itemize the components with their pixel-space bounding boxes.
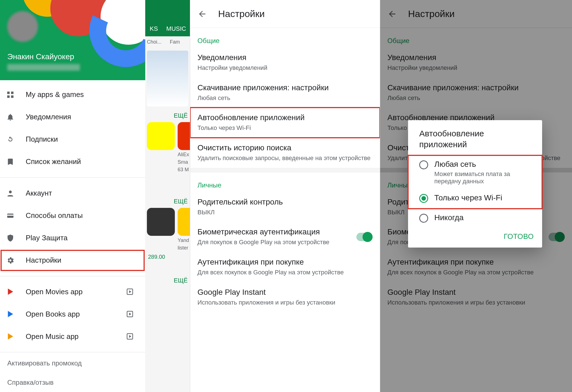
svg-point-4 xyxy=(9,191,12,193)
row-title: Биометрическая аутентификация xyxy=(197,227,329,236)
row-sub: Использовать приложения и игры без устан… xyxy=(197,298,373,307)
row-title: Google Play Instant xyxy=(197,288,373,297)
play-tabs: KS MUSIC xyxy=(145,0,190,36)
row-auto-update[interactable]: Автообновление приложений Только через W… xyxy=(190,108,380,138)
nav-notifications[interactable]: Уведомления xyxy=(0,106,145,128)
card-icon xyxy=(6,212,16,220)
radio-option-never[interactable]: Никогда xyxy=(408,209,542,227)
app-name: AliEx xyxy=(178,152,190,158)
svg-rect-3 xyxy=(11,95,14,98)
topbar: Настройки xyxy=(190,0,380,28)
nav-label: Open Books app xyxy=(26,310,80,319)
radio-label: Никогда xyxy=(434,213,464,223)
app-icon xyxy=(147,208,175,236)
more-link[interactable]: ЕЩЁ xyxy=(145,198,190,205)
category-chip[interactable]: Choi... xyxy=(147,39,161,45)
nav-promo[interactable]: Активировать промокод xyxy=(0,353,145,373)
user-email-blurred xyxy=(7,64,80,71)
app-icon xyxy=(178,208,190,236)
app-icon xyxy=(147,122,175,150)
app-line: Sma xyxy=(178,159,190,165)
toggle-switch[interactable] xyxy=(356,233,373,241)
divider xyxy=(0,352,145,352)
nav-label: Аккаунт xyxy=(26,189,52,198)
nav-wishlist[interactable]: Список желаний xyxy=(0,151,145,173)
nav-label: Список желаний xyxy=(26,157,81,166)
play-movies-icon xyxy=(6,288,16,296)
price-label: 289.00 xyxy=(145,254,190,260)
dialog-title: Автообновление приложений xyxy=(408,128,542,155)
tab-label[interactable]: KS xyxy=(150,25,158,32)
tab-label[interactable]: MUSIC xyxy=(166,25,186,32)
shield-icon xyxy=(6,234,16,242)
app-tile[interactable]: AliEx Sma 63 M xyxy=(178,122,190,173)
grid-icon xyxy=(6,91,16,99)
svg-rect-2 xyxy=(7,95,10,98)
refresh-icon xyxy=(6,135,16,144)
bookmark-icon xyxy=(6,158,16,166)
nav-protect[interactable]: Play Защита xyxy=(0,227,145,249)
row-title: Аутентификация при покупке xyxy=(197,258,373,267)
nav-section-open-apps: Open Movies app Open Books app Open Musi… xyxy=(0,277,145,351)
row-sub: ВЫКЛ xyxy=(197,208,373,217)
row-title: Скачивание приложения: настройки xyxy=(197,83,373,92)
section-label-personal: Личные xyxy=(190,172,380,192)
svg-rect-6 xyxy=(7,215,14,216)
nav-label: Уведомления xyxy=(26,113,71,121)
more-link[interactable]: ЕЩЁ xyxy=(145,277,190,284)
panel-settings-dialog: Настройки Общие Уведомления Настройки ув… xyxy=(380,0,572,392)
app-icon xyxy=(178,122,190,150)
nav-label: Play Защита xyxy=(26,234,68,242)
radio-label: Любая сеть xyxy=(434,159,531,169)
radio-sub: Может взиматься плата за передачу данных xyxy=(434,170,531,185)
row-download-pref[interactable]: Скачивание приложения: настройки Любая с… xyxy=(190,78,380,108)
row-sub: Настройки уведомлений xyxy=(197,64,373,72)
done-button[interactable]: ГОТОВО xyxy=(504,232,534,241)
person-icon xyxy=(6,189,16,198)
nav-subscriptions[interactable]: Подписки xyxy=(0,128,145,151)
radio-option-wifi-only[interactable]: Только через Wi-Fi xyxy=(408,189,542,207)
app-line: 63 M xyxy=(178,167,190,173)
nav-open-music[interactable]: Open Music app xyxy=(0,325,145,348)
nav-label: Способы оплаты xyxy=(26,211,83,220)
auto-update-dialog: Автообновление приложений Любая сеть Мож… xyxy=(408,120,542,248)
category-chip[interactable]: Fam xyxy=(170,39,180,45)
nav-payment[interactable]: Способы оплаты xyxy=(0,205,145,227)
row-clear-search[interactable]: Очистить историю поиска Удалить поисковы… xyxy=(190,138,380,168)
row-notifications[interactable]: Уведомления Настройки уведомлений xyxy=(190,47,380,78)
nav-section-primary: My apps & games Уведомления Подписки Спи… xyxy=(0,80,145,176)
more-link[interactable]: ЕЩЁ xyxy=(145,112,190,119)
radio-label: Только через Wi-Fi xyxy=(434,193,502,203)
promo-card[interactable] xyxy=(147,51,188,106)
play-music-icon xyxy=(6,332,16,341)
row-play-instant[interactable]: Google Play Instant Использовать приложе… xyxy=(190,282,380,312)
app-tile[interactable] xyxy=(147,208,175,251)
app-line: lister xyxy=(178,245,190,251)
row-biometric[interactable]: Биометрическая аутентификация Для покупо… xyxy=(190,222,380,252)
nav-settings[interactable]: Настройки xyxy=(0,249,145,272)
panel-settings: Настройки Общие Уведомления Настройки ув… xyxy=(190,0,380,392)
back-icon[interactable] xyxy=(197,9,207,19)
nav-account[interactable]: Аккаунт xyxy=(0,182,145,205)
page-title: Настройки xyxy=(218,8,265,19)
open-external-icon xyxy=(126,288,134,296)
radio-option-any-network[interactable]: Любая сеть Может взиматься плата за пере… xyxy=(408,155,542,189)
row-parental[interactable]: Родительский контроль ВЫКЛ xyxy=(190,192,380,222)
row-auth-purchase[interactable]: Аутентификация при покупке Для всех поку… xyxy=(190,252,380,282)
play-books-icon xyxy=(6,310,16,318)
app-name: Yand xyxy=(178,237,190,243)
gear-icon xyxy=(6,256,16,265)
navigation-drawer: Энакин Скайуокер My apps & games Уведомл… xyxy=(0,0,145,392)
avatar[interactable] xyxy=(7,11,38,42)
nav-help[interactable]: Справка/отзыв xyxy=(0,373,145,392)
radio-icon xyxy=(419,214,428,223)
nav-open-movies[interactable]: Open Movies app xyxy=(0,281,145,303)
app-tile[interactable]: Yand lister xyxy=(178,208,190,251)
nav-open-books[interactable]: Open Books app xyxy=(0,303,145,325)
nav-label: Настройки xyxy=(26,256,61,265)
nav-my-apps[interactable]: My apps & games xyxy=(0,84,145,106)
row-sub: Для всех покупок в Google Play на этом у… xyxy=(197,268,373,277)
radio-icon xyxy=(419,160,428,169)
user-name: Энакин Скайуокер xyxy=(7,52,80,61)
app-tile[interactable] xyxy=(147,122,175,173)
